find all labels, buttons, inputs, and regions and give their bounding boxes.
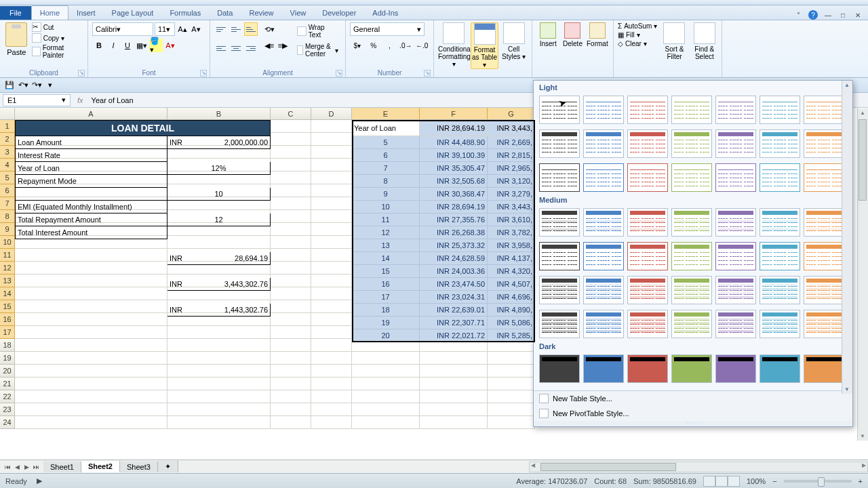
new-pivot-style[interactable]: New PivotTable Style... (534, 406, 852, 421)
find-select-button[interactable]: Find & Select (692, 22, 717, 60)
cell-bg[interactable] (15, 352, 167, 365)
table2-cell[interactable]: INR 2,965, (488, 162, 535, 175)
cell-bg[interactable] (15, 416, 167, 429)
cell-bg[interactable] (15, 249, 167, 262)
row-header-9[interactable]: 9 (0, 223, 15, 236)
table2-cell[interactable]: 20 (352, 329, 420, 342)
table-style-swatch[interactable] (715, 276, 756, 304)
table2-cell[interactable]: INR 3,958, (488, 239, 535, 252)
window-min-icon[interactable]: — (823, 10, 833, 20)
table2-cell[interactable]: INR 5,285, (488, 329, 535, 342)
table-style-swatch[interactable] (671, 276, 712, 304)
table-style-swatch[interactable] (583, 208, 624, 237)
format-as-table-button[interactable]: Format as Table ▾ (471, 22, 498, 69)
table2-cell[interactable]: 13 (352, 239, 420, 252)
currency-button[interactable]: $▾ (350, 39, 365, 52)
table-style-swatch[interactable] (627, 96, 668, 124)
cell-bg[interactable] (167, 365, 271, 378)
shrink-font-button[interactable]: A▾ (190, 22, 202, 36)
italic-button[interactable]: I (106, 39, 120, 52)
view-layout[interactable] (715, 476, 728, 487)
undo-button[interactable]: ↶▾ (18, 80, 28, 91)
table-style-swatch[interactable] (583, 129, 624, 158)
table2-cell[interactable]: 15 (352, 265, 420, 278)
row-header-15[interactable]: 15 (0, 300, 15, 313)
cell-bg[interactable] (271, 262, 311, 274)
cell-bg[interactable] (311, 146, 352, 159)
loan-val[interactable]: INR2,000,000.00 (167, 136, 271, 149)
table-style-swatch[interactable] (804, 276, 844, 304)
cell-bg[interactable] (271, 416, 311, 429)
cell-bg[interactable] (311, 390, 352, 403)
cell-bg[interactable] (271, 390, 311, 403)
table-style-swatch[interactable] (627, 310, 668, 338)
table-style-swatch[interactable] (715, 354, 756, 383)
table-style-swatch[interactable] (627, 208, 668, 237)
table2-cell[interactable]: INR 26,268.38 (420, 226, 488, 239)
table2-header[interactable]: INR 3,443, (488, 120, 535, 136)
table2-cell[interactable]: INR 22,639.01 (420, 304, 488, 317)
table-style-swatch[interactable] (760, 242, 800, 270)
bold-button[interactable]: B (92, 39, 106, 52)
cell-bg[interactable] (311, 403, 352, 416)
border-button[interactable]: ▦▾ (135, 39, 149, 52)
alignment-dialog-launcher[interactable]: ↘ (336, 70, 342, 77)
window-close-icon[interactable]: ✕ (853, 10, 863, 20)
cell-bg[interactable] (15, 262, 167, 274)
table2-cell[interactable]: INR 28,694.19 (420, 201, 488, 214)
row-header-10[interactable]: 10 (0, 236, 15, 249)
cell-bg[interactable] (15, 339, 167, 352)
loan-val[interactable]: INR28,694.19 (167, 252, 271, 265)
name-box[interactable]: E1▾ (3, 94, 71, 106)
zoom-in[interactable]: + (859, 477, 863, 485)
horizontal-scrollbar[interactable] (529, 462, 868, 472)
delete-cells-button[interactable]: Delete (561, 22, 584, 47)
table-style-swatch[interactable] (804, 96, 844, 124)
zoom-slider[interactable] (784, 480, 852, 483)
table2-cell[interactable]: INR 4,507, (488, 278, 535, 291)
new-sheet-button[interactable]: ✦ (158, 461, 178, 472)
tab-addins[interactable]: Add-Ins (364, 6, 406, 20)
cell-bg[interactable] (271, 236, 311, 249)
cell-bg[interactable] (311, 274, 352, 287)
cell-bg[interactable] (311, 416, 352, 429)
col-header-F[interactable]: F (420, 108, 488, 119)
cell-bg[interactable] (167, 390, 271, 403)
cell-bg[interactable] (271, 184, 311, 197)
table-style-swatch[interactable] (627, 163, 668, 192)
cell-bg[interactable] (167, 339, 271, 352)
table2-cell[interactable]: 19 (352, 317, 420, 329)
cell-bg[interactable] (271, 326, 311, 339)
align-bottom[interactable] (244, 22, 258, 36)
table2-cell[interactable]: 17 (352, 291, 420, 304)
tab-pagelayout[interactable]: Page Layout (104, 6, 162, 20)
cell-bg[interactable] (488, 390, 535, 403)
row-header-5[interactable]: 5 (0, 171, 15, 184)
cell-bg[interactable] (167, 326, 271, 339)
cell-bg[interactable] (311, 197, 352, 210)
cell-bg[interactable] (420, 390, 488, 403)
table2-cell[interactable]: 10 (352, 201, 420, 214)
loan-label[interactable]: EMI (Equated Monthly Installment) (15, 201, 167, 214)
loan-title[interactable]: LOAN DETAIL (15, 120, 271, 136)
loan-val[interactable]: INR3,443,302.76 (167, 278, 271, 291)
cell-bg[interactable] (311, 365, 352, 378)
grow-font-button[interactable]: A▴ (176, 22, 189, 36)
paste-button[interactable]: Paste (4, 22, 29, 59)
comma-button[interactable]: , (382, 39, 397, 52)
table-style-swatch[interactable] (804, 163, 844, 192)
window-max-icon[interactable]: □ (838, 10, 848, 20)
help-icon[interactable]: ? (808, 10, 818, 20)
cell-bg[interactable] (167, 378, 271, 390)
table-style-swatch[interactable] (671, 310, 712, 338)
font-dialog-launcher[interactable]: ↘ (200, 70, 207, 77)
table-style-swatch[interactable] (804, 208, 844, 237)
table-style-swatch[interactable] (760, 354, 800, 383)
tab-home[interactable]: Home (31, 5, 68, 20)
insert-cells-button[interactable]: Insert (536, 22, 559, 47)
font-size-select[interactable]: 11 ▾ (155, 22, 175, 36)
decrease-decimal[interactable]: ←.0 (414, 39, 429, 52)
loan-val[interactable]: 12% (167, 162, 271, 175)
table-style-swatch[interactable] (671, 129, 712, 158)
orientation-button[interactable]: ⟲▾ (263, 22, 275, 36)
